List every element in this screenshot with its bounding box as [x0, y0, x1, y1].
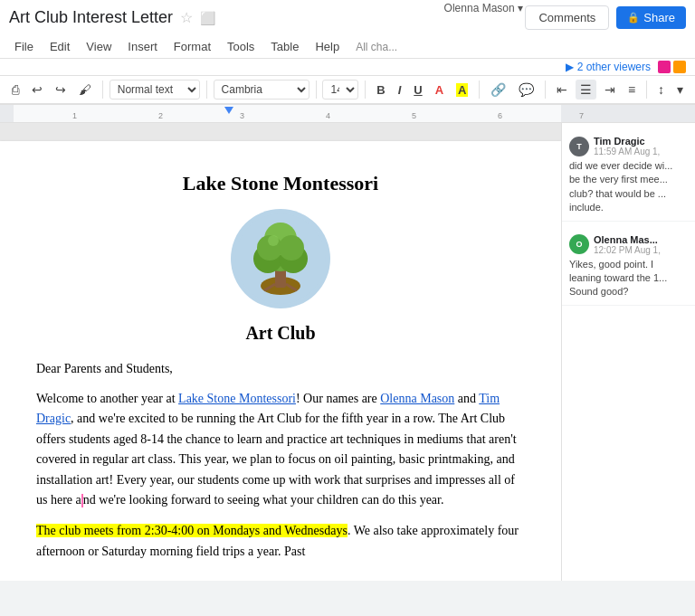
- paint-icon: 🖌: [79, 82, 91, 97]
- title-right: Olenna Mason ▾ Comments 🔒 Share: [525, 5, 686, 30]
- doc-heading: Lake Stone Montessori: [36, 168, 525, 198]
- print-button[interactable]: ⎙: [7, 80, 24, 100]
- viewer-dots: [658, 61, 686, 73]
- line-spacing-icon: ↕: [658, 82, 664, 97]
- viewers-bar: ▶ 2 other viewers: [0, 59, 695, 76]
- folder-icon[interactable]: ⬜: [200, 11, 215, 25]
- align-right-button[interactable]: ⇥: [600, 80, 620, 100]
- comment-1-initial: T: [576, 142, 582, 151]
- italic-button[interactable]: I: [394, 81, 406, 99]
- ruler-mark-6: 6: [498, 111, 502, 120]
- menu-table[interactable]: Table: [263, 37, 306, 56]
- font-color-button[interactable]: A: [431, 81, 448, 99]
- svg-point-8: [279, 235, 304, 261]
- comment-2-time: 12:02 PM Aug 1,: [594, 245, 661, 255]
- viewers-text[interactable]: ▶ 2 other viewers: [566, 61, 651, 73]
- print-icon: ⎙: [12, 82, 19, 97]
- title-bar: Art Club Interest Letter ☆ ⬜ Olenna Maso…: [0, 0, 695, 35]
- align-left-button[interactable]: ⇤: [552, 80, 572, 100]
- menu-edit[interactable]: Edit: [43, 37, 77, 56]
- comment-2-header: O Olenna Mas... 12:02 PM Aug 1,: [569, 234, 688, 255]
- comment-2-meta: Olenna Mas... 12:02 PM Aug 1,: [594, 234, 661, 255]
- paragraph-1: Welcome to another year at Lake Stone Mo…: [36, 389, 525, 510]
- underline-button[interactable]: U: [409, 81, 426, 99]
- link-button[interactable]: 🔗: [486, 80, 510, 100]
- menu-help[interactable]: Help: [308, 37, 347, 56]
- comment-2-initial: O: [576, 240, 582, 249]
- ruler-inner: 1 2 3 4 5 6 7: [0, 105, 695, 122]
- comment-2: O Olenna Mas... 12:02 PM Aug 1, Yikes, g…: [562, 229, 695, 306]
- separator-3: [316, 81, 317, 99]
- comment-2-text: Yikes, good point. I leaning toward the …: [569, 258, 688, 299]
- tree-image: [231, 209, 330, 308]
- style-select[interactable]: Normal text Heading 1 Heading 2: [109, 80, 200, 100]
- cursor-marker: [224, 107, 233, 114]
- paint-format-button[interactable]: 🖌: [74, 80, 96, 100]
- viewer-dot-2: [673, 61, 686, 73]
- align-center-icon: ☰: [580, 82, 592, 97]
- doc-area[interactable]: Lake Stone Montessori: [0, 123, 561, 581]
- undo-icon: ↩: [32, 82, 43, 97]
- ruler-mark-1: 1: [72, 111, 77, 120]
- menu-tools[interactable]: Tools: [220, 37, 262, 56]
- ruler-mark-7: 7: [579, 111, 584, 120]
- menu-allchanges[interactable]: All cha...: [348, 38, 405, 56]
- font-select[interactable]: Cambria Arial Times New Roman: [214, 80, 309, 100]
- menu-format[interactable]: Format: [167, 37, 218, 56]
- main-area: Lake Stone Montessori: [0, 123, 695, 581]
- separator-2: [206, 81, 207, 99]
- align-right-icon: ⇥: [605, 82, 615, 97]
- more-icon: ▾: [677, 82, 683, 97]
- comment-1-header: T Tim Dragic 11:59 AM Aug 1,: [569, 136, 688, 156]
- more-options-button[interactable]: ▾: [672, 80, 688, 100]
- comments-button[interactable]: Comments: [525, 5, 609, 30]
- doc-page: Lake Stone Montessori: [0, 141, 561, 581]
- separator-4: [365, 81, 366, 99]
- ruler: 1 2 3 4 5 6 7: [0, 105, 695, 123]
- menu-file[interactable]: File: [7, 37, 41, 56]
- comment-1-avatar: T: [569, 137, 589, 156]
- lock-icon: 🔒: [627, 12, 640, 24]
- comment-2-avatar: O: [569, 234, 589, 254]
- redo-button[interactable]: ↪: [51, 80, 71, 100]
- comment-button[interactable]: 💬: [514, 80, 538, 100]
- toolbar: ⎙ ↩ ↪ 🖌 Normal text Heading 1 Heading 2 …: [0, 76, 695, 104]
- menu-insert[interactable]: Insert: [120, 37, 165, 56]
- separator-6: [545, 81, 546, 99]
- star-icon[interactable]: ☆: [180, 9, 193, 26]
- svg-point-9: [268, 235, 279, 246]
- separator-7: [646, 81, 647, 99]
- comment-1-author: Tim Dragic: [594, 136, 660, 147]
- title-left: Art Club Interest Letter ☆ ⬜: [9, 8, 215, 27]
- align-center-button[interactable]: ☰: [576, 80, 596, 100]
- align-left-icon: ⇤: [557, 82, 567, 97]
- art-club-heading: Art Club: [36, 319, 525, 346]
- comment-1-time: 11:59 AM Aug 1,: [594, 147, 660, 156]
- comments-sidebar: T Tim Dragic 11:59 AM Aug 1, did we ever…: [561, 123, 695, 581]
- author-1: Olenna Mason: [380, 392, 454, 405]
- link-montessori: Lake Stone Montessori: [178, 392, 296, 405]
- justify-button[interactable]: ≡: [624, 80, 640, 100]
- user-label[interactable]: Olenna Mason ▾: [444, 2, 523, 14]
- ruler-mark-3: 3: [240, 111, 244, 120]
- menu-view[interactable]: View: [79, 37, 119, 56]
- redo-icon: ↪: [55, 82, 66, 97]
- comment-1-meta: Tim Dragic 11:59 AM Aug 1,: [594, 136, 660, 156]
- font-size-select[interactable]: 14 10 11 12 16 18: [322, 80, 358, 100]
- ruler-mark-5: 5: [412, 111, 416, 120]
- highlighted-text: The club meets from 2:30-4:00 on Mondays…: [36, 524, 348, 537]
- ruler-mark-2: 2: [158, 111, 163, 120]
- menu-bar: File Edit View Insert Format Tools Table…: [0, 35, 695, 59]
- separator-1: [102, 81, 103, 99]
- undo-button[interactable]: ↩: [27, 80, 47, 100]
- share-button[interactable]: 🔒 Share: [616, 6, 686, 29]
- share-label: Share: [643, 11, 675, 24]
- viewer-dot-1: [658, 61, 671, 73]
- line-spacing-button[interactable]: ↕: [653, 80, 669, 100]
- ruler-mark-4: 4: [326, 111, 330, 120]
- doc-title[interactable]: Art Club Interest Letter: [9, 8, 173, 27]
- comment-1: T Tim Dragic 11:59 AM Aug 1, did we ever…: [562, 130, 695, 222]
- comment-2-author: Olenna Mas...: [594, 234, 661, 245]
- bold-button[interactable]: B: [372, 81, 389, 99]
- highlight-button[interactable]: A: [452, 81, 472, 99]
